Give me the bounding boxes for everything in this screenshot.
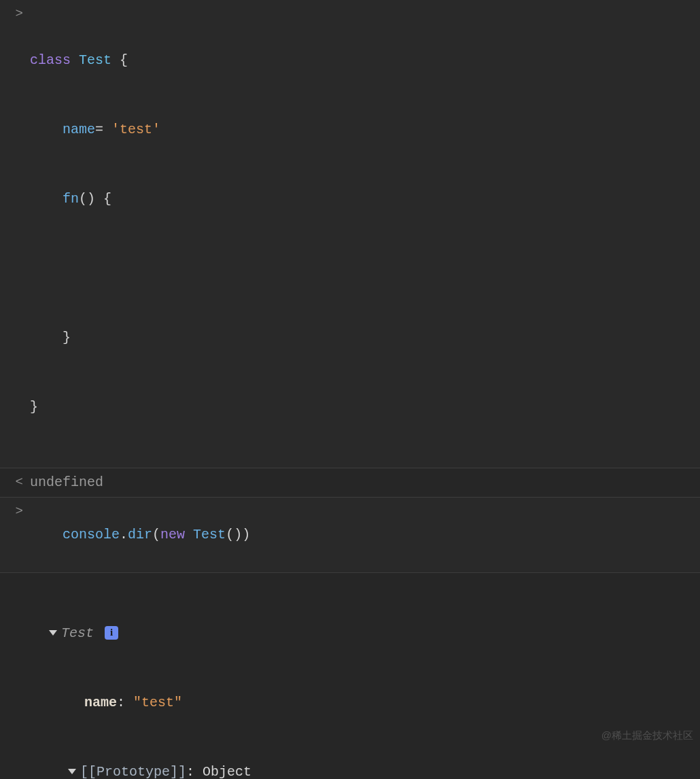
expand-down-icon[interactable] [49,630,57,636]
expand-down-icon[interactable] [68,769,76,774]
console-input-row[interactable]: > console.dir(new Test()) [0,498,700,573]
output-chevron-icon: < [0,471,30,493]
prototype-row[interactable]: [[Prototype]]: Object [30,761,695,779]
watermark: @稀土掘金技术社区 [601,727,693,744]
object-header[interactable]: Test i [30,622,695,645]
input-chevron-icon: > [0,3,30,24]
console-object-output: Test i name: "test" [[Prototype]]: Objec… [0,573,700,779]
code-line: console.dir(new Test()) [30,500,695,570]
property-row[interactable]: name: "test" [30,691,695,714]
info-icon[interactable]: i [105,626,118,640]
code-block: class Test { name= 'test' fn() { } } [30,3,695,465]
console-input-row[interactable]: > class Test { name= 'test' fn() { } } [0,0,700,468]
input-chevron-icon: > [0,500,30,522]
output-undefined: undefined [30,471,695,494]
console-output-row: < undefined [0,468,700,498]
